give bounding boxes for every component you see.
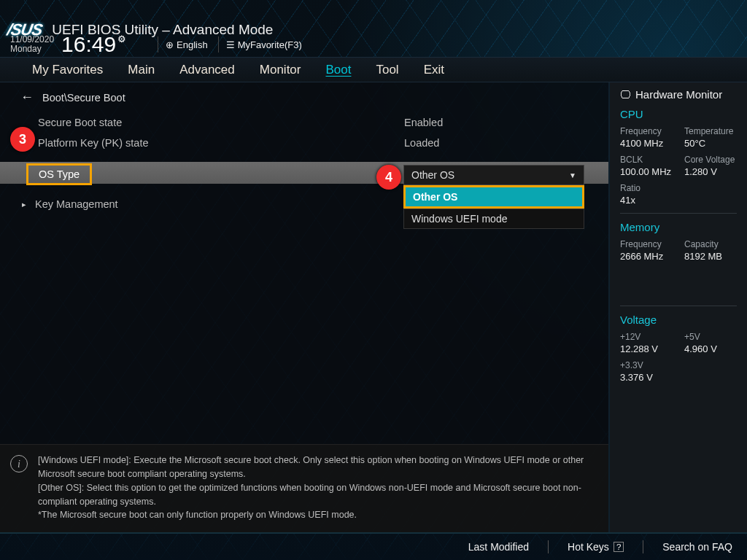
star-icon: ☰ — [226, 39, 235, 50]
menu-bar: My Favorites Main Advanced Monitor Boot … — [0, 57, 747, 82]
help-line-2: [Other OS]: Select this option to get th… — [38, 481, 597, 509]
divider — [158, 36, 158, 52]
os-type-dropdown[interactable]: Other OS ▼ Other OS Windows UEFI mode — [403, 165, 584, 229]
tab-monitor[interactable]: Monitor — [260, 63, 301, 77]
dropdown-selected[interactable]: Other OS ▼ — [403, 165, 584, 185]
day: Monday — [10, 44, 54, 54]
divider — [218, 36, 219, 52]
section-cpu: CPU — [620, 108, 737, 120]
section-voltage: Voltage — [620, 314, 737, 326]
row-pk-state: Platform Key (PK) state Loaded — [0, 133, 608, 153]
settings-list: Secure Boot state Enabled Platform Key (… — [0, 112, 608, 444]
keycap-icon: ? — [614, 542, 624, 552]
help-line-1: [Windows UEFI mode]: Execute the Microso… — [38, 454, 597, 481]
breadcrumb-text: Boot\Secure Boot — [42, 92, 125, 104]
tab-main[interactable]: Main — [128, 63, 155, 77]
bottom-bar: Last Modified Hot Keys ? Search on FAQ — [0, 532, 747, 560]
callout-3: 3 — [10, 127, 35, 152]
tab-myfavorites[interactable]: My Favorites — [32, 63, 103, 77]
row-secure-boot-state: Secure Boot state Enabled — [0, 112, 608, 133]
help-panel: i [Windows UEFI mode]: Execute the Micro… — [0, 444, 608, 532]
myfavorite-button[interactable]: ☰MyFavorite(F3) — [226, 39, 302, 50]
monitor-icon: 🖵 — [620, 88, 631, 101]
language-selector[interactable]: ⊕English — [166, 39, 208, 50]
last-modified-button[interactable]: Last Modified — [468, 541, 529, 553]
search-faq-button[interactable]: Search on FAQ — [662, 541, 732, 553]
tab-advanced[interactable]: Advanced — [179, 63, 235, 77]
tab-exit[interactable]: Exit — [424, 63, 444, 77]
section-memory: Memory — [620, 221, 737, 233]
globe-icon: ⊕ — [166, 39, 174, 50]
callout-4: 4 — [376, 165, 401, 190]
hw-title: 🖵 Hardware Monitor — [620, 88, 737, 101]
tab-tool[interactable]: Tool — [376, 63, 398, 77]
gear-icon[interactable]: ⚙ — [117, 34, 126, 44]
header: /SUS UEFI BIOS Utility – Advanced Mode 1… — [0, 0, 747, 57]
breadcrumb: ← Boot\Secure Boot — [0, 82, 608, 112]
dropdown-option-other-os[interactable]: Other OS — [406, 187, 582, 206]
hardware-monitor-panel: 🖵 Hardware Monitor CPU Frequency4100 MHz… — [610, 82, 747, 532]
tab-boot[interactable]: Boot — [325, 63, 351, 77]
help-line-3: *The Microsoft secure boot can only func… — [38, 508, 597, 522]
back-arrow-icon[interactable]: ← — [20, 90, 34, 105]
dropdown-option-windows-uefi[interactable]: Windows UEFI mode — [404, 209, 584, 228]
main-panel: ← Boot\Secure Boot Secure Boot state Ena… — [0, 82, 610, 532]
highlight-dropdown-option: Other OS — [403, 185, 584, 209]
info-icon: i — [10, 455, 28, 472]
highlight-os-type-label: OS Type — [26, 163, 92, 185]
chevron-down-icon: ▼ — [569, 171, 576, 179]
hotkeys-button[interactable]: Hot Keys ? — [568, 541, 624, 553]
time-display[interactable]: 16:49⚙ — [61, 32, 126, 57]
date-block: 11/09/2020 Monday — [10, 35, 54, 54]
